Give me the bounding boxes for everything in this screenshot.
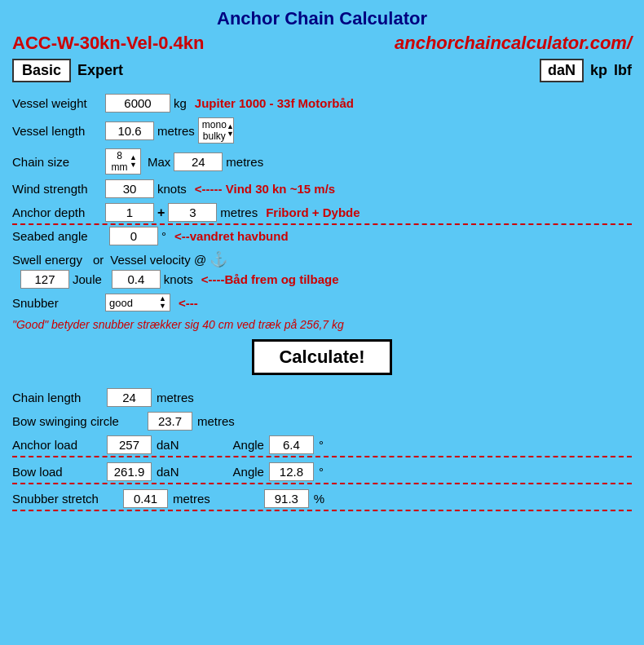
bow-circle-label: Bow swinging circle — [12, 414, 143, 428]
snubber-label: Snubber — [12, 296, 102, 310]
vessel-velocity-label: Vessel velocity @ — [110, 253, 206, 267]
seabed-angle-input[interactable] — [109, 227, 158, 245]
bow-load-value: 261.9 — [107, 462, 152, 481]
swell-unit: Joule — [73, 272, 102, 286]
dan-unit-box[interactable]: daN — [540, 59, 584, 82]
chain-length-unit: metres — [157, 391, 194, 404]
wind-comment: <----- Vind 30 kn ~15 m/s — [195, 182, 335, 196]
swell-input[interactable] — [20, 270, 69, 289]
anchor-load-unit: daN — [157, 438, 179, 452]
snubber-stretch-unit: metres — [173, 492, 210, 506]
vessel-length-label: Vessel length — [12, 124, 102, 138]
bow-angle-unit: ° — [319, 465, 324, 479]
expert-mode-label: Expert — [77, 62, 123, 79]
swell-or: or — [93, 253, 104, 267]
kp-unit-label: kp — [590, 62, 607, 79]
snubber-pct-value: 91.3 — [264, 489, 309, 508]
chain-max-input[interactable] — [174, 152, 223, 171]
anchor-angle-unit: ° — [319, 438, 324, 452]
website-label: anchorchaincalculator.com/ — [395, 33, 632, 54]
chain-max-label: Max — [148, 155, 170, 169]
snubber-stretch-label: Snubber stretch — [12, 492, 118, 506]
snubber-note: "Good" betyder snubber strækker sig 40 c… — [12, 318, 344, 331]
anchor-depth-unit: metres — [220, 205, 258, 219]
anchor-depth-input2[interactable] — [168, 203, 217, 222]
vessel-weight-comment: Jupiter 1000 - 33f Motorbåd — [195, 96, 354, 110]
seabed-angle-unit: ° — [161, 229, 166, 243]
snubber-stretch-value: 0.41 — [123, 489, 168, 508]
vessel-weight-unit: kg — [174, 96, 187, 110]
chain-size-select[interactable]: 8 mm ▲▼ — [105, 148, 141, 175]
seabed-angle-label: Seabed angle — [12, 229, 106, 243]
snubber-pct-unit: % — [314, 492, 324, 506]
anchor-icon: ⚓ — [210, 250, 227, 268]
wind-strength-label: Wind strength — [12, 182, 102, 196]
velocity-input[interactable] — [112, 270, 161, 289]
wind-strength-unit: knots — [157, 182, 187, 196]
anchor-angle-value: 6.4 — [269, 435, 314, 454]
snubber-comment: <--- — [179, 296, 198, 310]
app-title: Anchor Chain Calculator — [12, 8, 632, 29]
vessel-type-select[interactable]: mono bulky ▲▼ — [198, 117, 234, 144]
anchor-angle-label: Angle — [233, 438, 264, 452]
anchor-load-label: Anchor load — [12, 438, 102, 452]
lbf-unit-label: lbf — [614, 62, 632, 79]
bow-circle-value: 23.7 — [148, 412, 192, 431]
vessel-length-input[interactable] — [105, 121, 154, 140]
calculate-button[interactable]: Calculate! — [252, 339, 391, 375]
anchor-depth-input1[interactable] — [105, 203, 154, 222]
bow-angle-label: Angle — [233, 465, 264, 479]
chain-size-label: Chain size — [12, 155, 102, 169]
bow-load-unit: daN — [157, 465, 179, 479]
basic-mode-button[interactable]: Basic — [12, 59, 71, 82]
vessel-weight-label: Vessel weight — [12, 96, 102, 110]
velocity-unit: knots — [164, 272, 193, 286]
bow-load-label: Bow load — [12, 465, 102, 479]
snubber-select[interactable]: good ▲▼ — [105, 294, 170, 311]
anchor-load-value: 257 — [107, 435, 152, 454]
anchor-depth-comment: Fribord + Dybde — [266, 205, 359, 219]
vessel-weight-input[interactable] — [105, 94, 170, 113]
swell-label: Swell energy — [12, 253, 90, 267]
chain-length-label: Chain length — [12, 391, 102, 404]
chain-max-unit: metres — [226, 155, 263, 169]
bow-circle-unit: metres — [197, 414, 235, 428]
anchor-depth-label: Anchor depth — [12, 205, 102, 219]
chain-length-value: 24 — [107, 388, 152, 407]
anchor-depth-plus: + — [157, 205, 165, 220]
acc-label: ACC-W-30kn-Vel-0.4kn — [12, 33, 205, 54]
seabed-comment: <--vandret havbund — [174, 229, 289, 243]
wind-strength-input[interactable] — [105, 179, 154, 198]
velocity-comment: <----Båd frem og tilbage — [201, 272, 339, 286]
vessel-length-unit: metres — [157, 124, 195, 138]
bow-angle-value: 12.8 — [269, 462, 314, 481]
